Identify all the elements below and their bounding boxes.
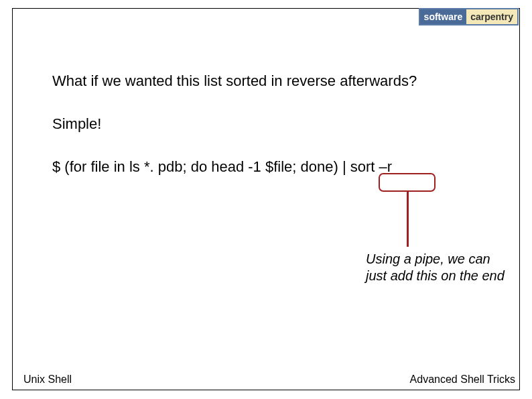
- prompt-symbol: $: [52, 158, 64, 175]
- slide-content: What if we wanted this list sorted in re…: [52, 72, 481, 176]
- logo-left-text: software: [420, 9, 467, 24]
- slide-frame: [12, 8, 520, 390]
- logo-right-text: carpentry: [466, 9, 517, 24]
- command-code: (for file in ls *. pdb; do head -1 $file…: [64, 158, 392, 175]
- footer-left: Unix Shell: [23, 374, 72, 386]
- question-text: What if we wanted this list sorted in re…: [52, 72, 481, 90]
- callout-annotation: Using a pipe, we can just add this on th…: [366, 251, 507, 284]
- callout-connector: [407, 192, 409, 247]
- footer-right: Advanced Shell Tricks: [410, 374, 515, 386]
- exclaim-text: Simple!: [52, 115, 481, 133]
- highlight-box: [379, 173, 436, 192]
- logo: software carpentry: [419, 8, 519, 25]
